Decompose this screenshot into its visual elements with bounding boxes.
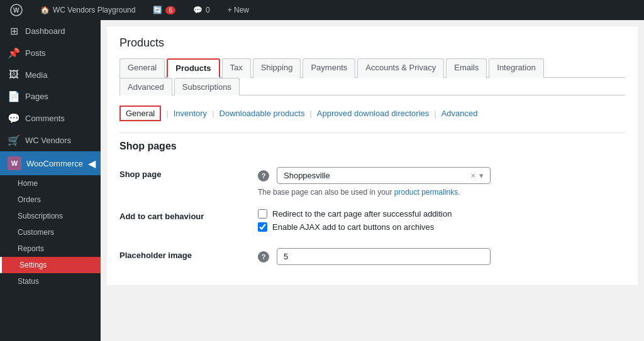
sub-nav-sep-3: | <box>309 109 311 118</box>
settings-form-table: Shop page ? Shoppesville × ▾ <box>119 161 625 275</box>
sidebar-item-pages[interactable]: 📄 Pages <box>0 85 101 107</box>
tabs-row-2: Advanced Subscriptions <box>119 78 625 95</box>
shop-page-help-icon[interactable]: ? <box>258 170 269 181</box>
sidebar-sub-item-home[interactable]: Home <box>0 175 101 192</box>
shop-pages-heading: Shop pages <box>119 133 625 152</box>
comments-button[interactable]: 💬 0 <box>189 0 214 20</box>
clear-icon[interactable]: × <box>470 171 475 180</box>
chevron-down-icon[interactable]: ▾ <box>479 171 484 180</box>
settings-panel: Products General Products Tax Shipping P… <box>107 26 638 285</box>
ajax-checkbox[interactable] <box>258 222 267 232</box>
media-icon: 🖼 <box>8 69 20 80</box>
shop-page-help-text: The base page can also be used in your p… <box>258 188 625 197</box>
sidebar-sub-item-status[interactable]: Status <box>0 273 101 290</box>
placeholder-help-icon[interactable]: ? <box>258 251 269 263</box>
placeholder-image-field-wrap: ? <box>258 248 625 265</box>
svg-text:W: W <box>13 7 19 14</box>
updates-button[interactable]: 🔄 6 <box>149 0 179 20</box>
sidebar-sub-item-orders[interactable]: Orders <box>0 192 101 208</box>
sidebar-item-posts[interactable]: 📌 Posts <box>0 42 101 64</box>
sidebar-sub-item-settings[interactable]: Settings <box>0 257 101 273</box>
sidebar: ⊞ Dashboard 📌 Posts 🖼 Media 📄 Pages 💬 Co… <box>0 20 101 341</box>
shop-page-dropdown[interactable]: Shoppesville × ▾ <box>277 167 491 184</box>
pages-icon: 📄 <box>8 90 20 102</box>
wp-icon: W <box>10 4 23 16</box>
wp-logo[interactable]: W <box>6 0 26 20</box>
dashboard-icon: ⊞ <box>8 25 20 37</box>
tab-products[interactable]: Products <box>167 58 219 78</box>
tab-accounts-privacy[interactable]: Accounts & Privacy <box>357 58 444 78</box>
woo-icon: W <box>8 156 21 170</box>
sub-nav-approved-dirs[interactable]: Approved download directories <box>317 109 430 118</box>
sidebar-item-woocommerce[interactable]: W WooCommerce ◀ <box>0 151 101 175</box>
sidebar-item-dashboard[interactable]: ⊞ Dashboard <box>0 20 101 42</box>
sidebar-item-media[interactable]: 🖼 Media <box>0 64 101 85</box>
redirect-label: Redirect to the cart page after successf… <box>272 209 452 219</box>
sub-nav-sep-4: | <box>434 109 436 118</box>
new-button[interactable]: + New <box>224 0 253 20</box>
sub-nav-sep-2: | <box>212 109 214 118</box>
wc-vendors-icon: 🛒 <box>8 134 20 146</box>
shop-page-field-wrap: ? Shoppesville × ▾ <box>258 167 625 184</box>
sidebar-item-comments[interactable]: 💬 Comments <box>0 107 101 129</box>
add-to-cart-label: Add to cart behaviour <box>119 212 204 221</box>
placeholder-image-label: Placeholder image <box>119 251 192 260</box>
tab-emails[interactable]: Emails <box>446 58 487 78</box>
tab-subscriptions[interactable]: Subscriptions <box>174 78 240 95</box>
home-icon: 🏠 <box>40 6 50 14</box>
sidebar-sub-item-subscriptions[interactable]: Subscriptions <box>0 208 101 224</box>
redirect-checkbox-row: Redirect to the cart page after successf… <box>258 209 625 219</box>
sidebar-sub-item-customers[interactable]: Customers <box>0 224 101 241</box>
ajax-label: Enable AJAX add to cart buttons on archi… <box>272 222 434 232</box>
comments-icon: 💬 <box>193 6 203 14</box>
sub-nav-downloadable[interactable]: Downloadable products <box>219 109 305 118</box>
comments-sidebar-icon: 💬 <box>8 112 20 124</box>
tab-general[interactable]: General <box>119 58 165 78</box>
sidebar-item-wc-vendors[interactable]: 🛒 WC Vendors <box>0 129 101 151</box>
dropdown-controls: × ▾ <box>470 171 484 180</box>
shop-page-row: Shop page ? Shoppesville × ▾ <box>119 161 625 203</box>
ajax-checkbox-row: Enable AJAX add to cart buttons on archi… <box>258 222 625 232</box>
updates-icon: 🔄 <box>153 6 162 14</box>
placeholder-image-row: Placeholder image ? <box>119 242 625 275</box>
page-title: Products <box>119 36 625 50</box>
sub-nav-advanced[interactable]: Advanced <box>441 109 478 118</box>
tab-payments[interactable]: Payments <box>303 58 355 78</box>
tabs-row-1: General Products Tax Shipping Payments A… <box>119 58 625 78</box>
product-permalinks-link[interactable]: product permalinks <box>394 188 458 197</box>
content-area: Products General Products Tax Shipping P… <box>101 20 644 341</box>
main-layout: ⊞ Dashboard 📌 Posts 🖼 Media 📄 Pages 💬 Co… <box>0 20 644 341</box>
tab-integration[interactable]: Integration <box>489 58 543 78</box>
sub-nav-general[interactable]: General <box>119 106 161 121</box>
admin-bar: W 🏠 WC Vendors Playground 🔄 6 💬 0 + New <box>0 0 644 20</box>
tab-shipping[interactable]: Shipping <box>253 58 301 78</box>
redirect-checkbox[interactable] <box>258 209 267 219</box>
shop-page-label: Shop page <box>119 170 161 179</box>
sub-nav-inventory[interactable]: Inventory <box>174 109 207 118</box>
sub-nav: General | Inventory | Downloadable produ… <box>119 106 625 121</box>
site-name[interactable]: 🏠 WC Vendors Playground <box>36 0 139 20</box>
tab-advanced[interactable]: Advanced <box>119 78 172 95</box>
tab-tax[interactable]: Tax <box>222 58 251 78</box>
woo-chevron-icon: ◀ <box>88 158 96 170</box>
sub-nav-sep-1: | <box>166 109 168 118</box>
placeholder-image-input[interactable] <box>277 248 491 265</box>
posts-icon: 📌 <box>8 47 20 59</box>
add-to-cart-row: Add to cart behaviour Redirect to the ca… <box>119 203 625 242</box>
sidebar-sub-item-reports[interactable]: Reports <box>0 241 101 257</box>
